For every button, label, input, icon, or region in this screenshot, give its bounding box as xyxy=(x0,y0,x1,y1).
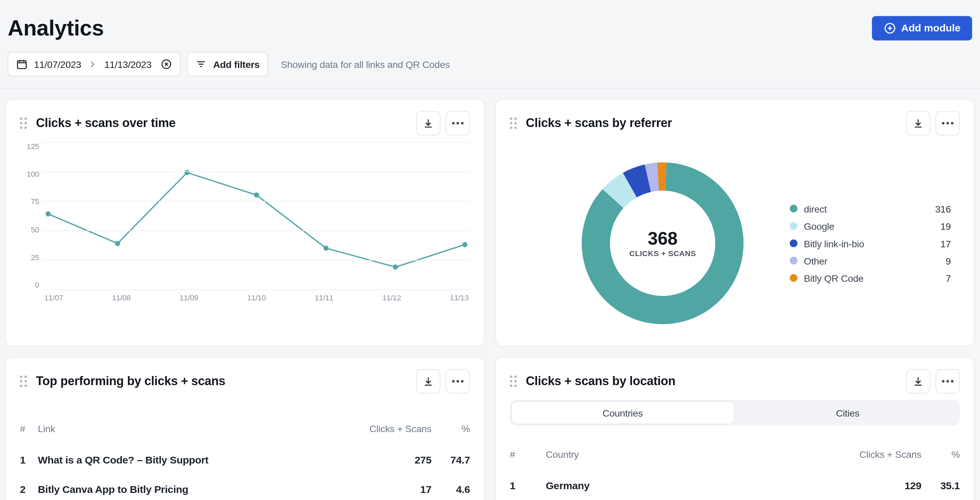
th-rank: # xyxy=(510,449,546,459)
th-rank: # xyxy=(20,423,38,434)
y-tick: 100 xyxy=(27,170,43,179)
th-clicks: Clicks + Scans xyxy=(361,423,431,434)
y-tick: 75 xyxy=(31,197,43,206)
more-icon xyxy=(452,380,464,383)
donut-sublabel: CLICKS + SCANS xyxy=(629,249,696,258)
drag-handle-icon[interactable] xyxy=(510,117,517,129)
grid-line xyxy=(43,171,470,172)
grid-line xyxy=(43,201,470,202)
more-button[interactable] xyxy=(935,369,960,394)
tab-countries[interactable]: Countries xyxy=(511,402,734,424)
tab-cities[interactable]: Cities xyxy=(737,402,958,424)
th-country: Country xyxy=(546,449,812,459)
x-tick: 11/07 xyxy=(44,293,63,302)
drag-handle-icon[interactable] xyxy=(20,117,27,129)
cell-pct: 35.1 xyxy=(921,480,960,492)
showing-data-text: Showing data for all links and QR Codes xyxy=(274,59,450,70)
donut-total: 368 xyxy=(629,229,696,249)
cell-clicks: 17 xyxy=(361,484,431,495)
line-point xyxy=(323,246,328,251)
line-point xyxy=(393,265,398,270)
cell-pct: 74.7 xyxy=(431,454,470,466)
legend-name: Bitly link-in-bio xyxy=(804,238,864,249)
y-tick: 125 xyxy=(27,142,43,151)
cell-country: Germany xyxy=(546,480,812,492)
th-clicks: Clicks + Scans xyxy=(812,449,921,459)
grid-line xyxy=(43,142,470,143)
legend-value: 9 xyxy=(945,255,951,266)
more-button[interactable] xyxy=(446,369,470,394)
drag-handle-icon[interactable] xyxy=(20,376,27,387)
x-tick: 11/09 xyxy=(180,293,198,302)
download-button[interactable] xyxy=(906,111,930,135)
more-icon xyxy=(942,122,953,125)
legend-value: 7 xyxy=(945,273,951,283)
th-link: Link xyxy=(38,423,361,434)
more-button[interactable] xyxy=(446,111,470,135)
table-row[interactable]: 1Germany12935.1 xyxy=(510,471,960,500)
clear-icon[interactable] xyxy=(161,59,172,70)
legend-swatch xyxy=(790,205,797,213)
svg-rect-3 xyxy=(18,61,26,68)
grid-line xyxy=(43,230,470,231)
cell-pct: 4.6 xyxy=(431,484,470,495)
donut-chart: 368 CLICKS + SCANS xyxy=(579,160,746,327)
cell-rank: 1 xyxy=(20,454,38,466)
card-over-time: Clicks + scans over time 1251007550250 xyxy=(5,99,485,347)
download-button[interactable] xyxy=(416,369,440,394)
y-tick: 0 xyxy=(35,280,43,289)
download-icon xyxy=(422,376,434,387)
download-button[interactable] xyxy=(416,111,440,135)
legend-swatch xyxy=(790,240,797,247)
download-icon xyxy=(422,117,434,129)
legend-value: 17 xyxy=(940,238,951,249)
card-title-referrer: Clicks + scans by referrer xyxy=(526,116,672,130)
th-pct: % xyxy=(431,423,470,434)
line-point xyxy=(462,242,467,247)
cell-link: What is a QR Code? – Bitly Support xyxy=(38,454,361,466)
line-series xyxy=(48,173,465,267)
legend-name: Bitly QR Code xyxy=(804,273,864,283)
line-point xyxy=(46,211,51,217)
card-title-location: Clicks + scans by location xyxy=(526,374,676,389)
legend-swatch xyxy=(790,274,797,282)
th-pct: % xyxy=(921,449,960,459)
legend-swatch xyxy=(790,257,797,265)
grid-line xyxy=(43,289,470,290)
y-tick: 25 xyxy=(31,253,43,262)
chevron-right-icon xyxy=(88,59,98,69)
line-point xyxy=(115,241,120,246)
drag-handle-icon[interactable] xyxy=(510,376,517,387)
more-icon xyxy=(942,380,953,383)
download-icon xyxy=(912,376,924,387)
add-module-button[interactable]: Add module xyxy=(872,16,972,40)
cell-clicks: 275 xyxy=(361,454,431,466)
cell-clicks: 129 xyxy=(812,480,921,492)
grid-line xyxy=(43,260,470,261)
legend-row: Bitly QR Code7 xyxy=(790,273,951,283)
cell-rank: 2 xyxy=(20,484,38,495)
card-title-over-time: Clicks + scans over time xyxy=(36,116,175,130)
filter-icon xyxy=(195,59,207,70)
line-point xyxy=(254,192,259,198)
legend-name: Other xyxy=(804,255,827,266)
plus-circle-icon xyxy=(883,22,896,35)
line-chart: 1251007550250 11/0711/0811/0911/1011/111… xyxy=(20,142,470,309)
date-end: 11/13/2023 xyxy=(104,59,152,70)
card-title-top-performing: Top performing by clicks + scans xyxy=(36,374,225,389)
table-row[interactable]: 1What is a QR Code? – Bitly Support27574… xyxy=(20,446,470,475)
card-referrer: Clicks + scans by referrer xyxy=(495,99,975,347)
download-icon xyxy=(912,117,924,129)
table-row[interactable]: 2Bitly Canva App to Bitly Pricing174.6 xyxy=(20,475,470,500)
date-start: 11/07/2023 xyxy=(34,59,81,70)
date-range-selector[interactable]: 11/07/2023 11/13/2023 xyxy=(8,52,180,76)
add-filters-button[interactable]: Add filters xyxy=(187,52,268,76)
more-icon xyxy=(452,122,464,125)
x-tick: 11/11 xyxy=(315,293,334,302)
more-button[interactable] xyxy=(935,111,960,135)
download-button[interactable] xyxy=(906,369,930,394)
legend-name: Google xyxy=(804,221,834,232)
calendar-icon xyxy=(16,59,28,70)
legend-row: Bitly link-in-bio17 xyxy=(790,238,951,249)
page-title: Analytics xyxy=(8,16,104,41)
